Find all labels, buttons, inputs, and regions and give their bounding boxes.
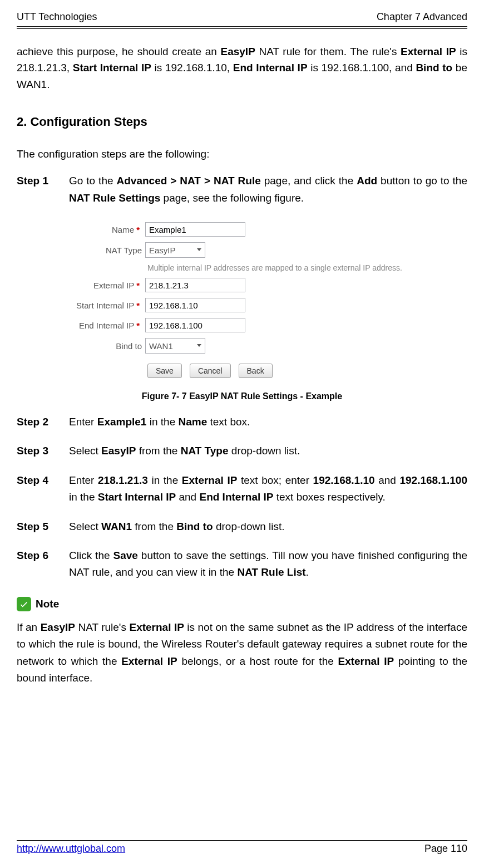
- step-label: Step 4: [17, 472, 56, 506]
- name-input[interactable]: [145, 222, 245, 237]
- note-heading: Note: [17, 597, 467, 611]
- label-name: Name *: [64, 225, 145, 234]
- section-heading: 2. Configuration Steps: [17, 115, 467, 129]
- label-external-ip: External IP *: [64, 281, 145, 290]
- end-internal-input[interactable]: [145, 318, 245, 332]
- nat-type-select[interactable]: EasyIP: [145, 242, 205, 258]
- step-body: Select WAN1 from the Bind to drop-down l…: [69, 518, 467, 535]
- nat-type-hint: Multiple internal IP addresses are mappe…: [147, 263, 420, 272]
- step-body: Enter 218.1.21.3 in the External IP text…: [69, 472, 467, 506]
- step-label: Step 1: [17, 173, 56, 207]
- footer-page: Page 110: [424, 843, 467, 855]
- page-footer: http://www.uttglobal.com Page 110: [17, 840, 467, 855]
- page-header: UTT Technologies Chapter 7 Advanced: [17, 11, 467, 25]
- lead-text: The configuration steps are the followin…: [17, 148, 467, 160]
- back-button[interactable]: Back: [239, 364, 273, 378]
- intro-paragraph: achieve this purpose, he should create a…: [17, 43, 467, 92]
- external-ip-input[interactable]: [145, 278, 245, 292]
- note-body: If an EasyIP NAT rule's External IP is n…: [17, 619, 467, 687]
- note-label: Note: [36, 598, 59, 610]
- footer-rule: [17, 840, 467, 841]
- step-body: Enter Example1 in the Name text box.: [69, 414, 467, 430]
- start-internal-input[interactable]: [145, 298, 245, 312]
- header-left: UTT Technologies: [17, 11, 97, 23]
- step-label: Step 6: [17, 547, 56, 581]
- label-nat-type: NAT Type: [64, 246, 145, 255]
- step-6: Step 6 Click the Save button to save the…: [17, 547, 467, 581]
- step-3: Step 3 Select EasyIP from the NAT Type d…: [17, 443, 467, 459]
- label-bind-to: Bind to: [64, 341, 145, 351]
- step-4: Step 4 Enter 218.1.21.3 in the External …: [17, 472, 467, 506]
- save-button[interactable]: Save: [147, 364, 182, 378]
- step-body: Go to the Advanced > NAT > NAT Rule page…: [69, 173, 467, 207]
- check-icon: [17, 597, 31, 611]
- header-rule: [17, 28, 467, 29]
- footer-link[interactable]: http://www.uttglobal.com: [17, 843, 125, 855]
- step-2: Step 2 Enter Example1 in the Name text b…: [17, 414, 467, 430]
- figure-caption: Figure 7- 7 EasyIP NAT Rule Settings - E…: [17, 391, 467, 401]
- cancel-button[interactable]: Cancel: [190, 364, 231, 378]
- step-label: Step 5: [17, 518, 56, 535]
- header-rule: [17, 26, 467, 27]
- step-5: Step 5 Select WAN1 from the Bind to drop…: [17, 518, 467, 535]
- step-body: Click the Save button to save the settin…: [69, 547, 467, 581]
- step-body: Select EasyIP from the NAT Type drop-dow…: [69, 443, 467, 459]
- label-start-internal: Start Internal IP *: [64, 301, 145, 310]
- header-right: Chapter 7 Advanced: [377, 11, 467, 23]
- step-label: Step 3: [17, 443, 56, 459]
- figure-form: Name * NAT Type EasyIP Multiple internal…: [64, 222, 420, 378]
- step-1: Step 1 Go to the Advanced > NAT > NAT Ru…: [17, 173, 467, 207]
- step-label: Step 2: [17, 414, 56, 430]
- bind-to-select[interactable]: WAN1: [145, 338, 205, 354]
- label-end-internal: End Internal IP *: [64, 321, 145, 330]
